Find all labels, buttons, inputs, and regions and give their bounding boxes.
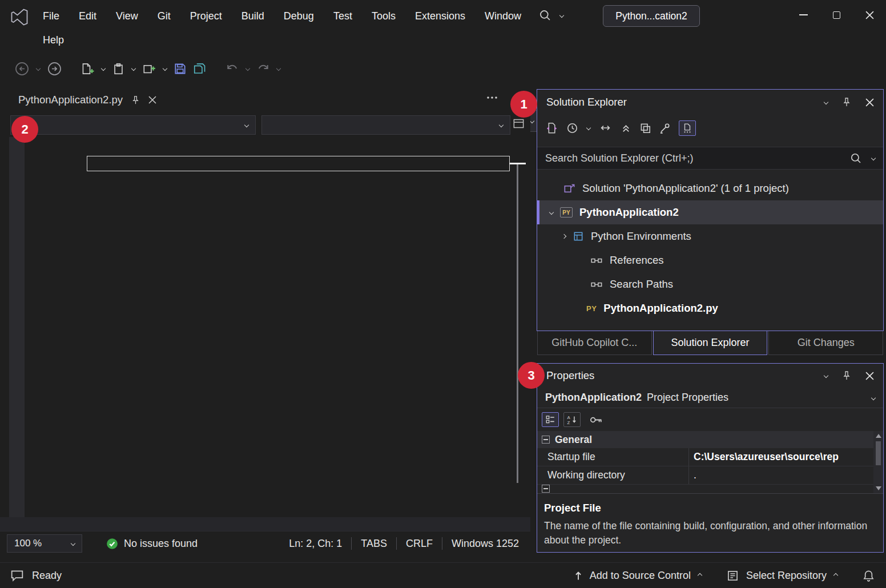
menu-help[interactable]: Help — [33, 29, 74, 51]
menu-build[interactable]: Build — [232, 5, 274, 27]
property-grid-scrollbar[interactable] — [873, 431, 883, 493]
titlebar-search-input[interactable]: Python...cation2 — [603, 5, 700, 27]
menu-file[interactable]: File — [33, 5, 69, 27]
issues-indicator[interactable]: No issues found — [106, 531, 198, 555]
property-value[interactable]: C:\Users\azureuser\source\rep — [689, 448, 883, 466]
menu-window[interactable]: Window — [475, 5, 531, 27]
menu-git[interactable]: Git — [148, 5, 180, 27]
search-icon[interactable] — [850, 152, 861, 164]
expander-down-icon[interactable] — [549, 210, 554, 215]
sync-with-active-document-icon[interactable] — [545, 122, 558, 134]
pin-icon[interactable] — [131, 95, 140, 105]
redo-icon[interactable] — [257, 63, 269, 74]
new-file-chevron-icon[interactable] — [101, 66, 106, 71]
undo-icon[interactable] — [226, 63, 239, 74]
tree-row-python-environments[interactable]: Python Environments — [537, 224, 883, 248]
window-position-chevron-icon[interactable] — [824, 373, 828, 378]
navigate-back-chevron-icon[interactable] — [36, 66, 41, 71]
navbar-type-dropdown[interactable] — [10, 115, 256, 135]
search-dropdown-chevron-icon[interactable] — [559, 13, 564, 17]
tab-solution-explorer[interactable]: Solution Explorer — [653, 331, 768, 355]
categorized-view-icon[interactable] — [542, 412, 559, 427]
horizontal-scrollbar[interactable] — [0, 517, 530, 531]
property-category-general[interactable]: General — [537, 431, 883, 448]
copy-scope-icon[interactable] — [640, 123, 651, 134]
menu-tools[interactable]: Tools — [362, 5, 405, 27]
property-row-startup-file[interactable]: Startup file C:\Users\azureuser\source\r… — [537, 448, 883, 466]
minimize-button[interactable] — [787, 0, 820, 30]
switch-views-icon[interactable] — [599, 123, 612, 132]
caret-position[interactable]: Ln: 2, Ch: 1 — [280, 538, 351, 550]
tree-row-project[interactable]: PY PythonApplication2 — [537, 200, 883, 224]
window-position-chevron-icon[interactable] — [824, 100, 828, 104]
encoding[interactable]: Windows 1252 — [442, 538, 528, 550]
pin-icon[interactable] — [841, 370, 852, 381]
search-options-chevron-icon[interactable] — [871, 156, 876, 160]
property-pages-key-icon[interactable] — [590, 416, 603, 424]
add-new-item-icon[interactable] — [143, 63, 156, 75]
undo-chevron-icon[interactable] — [245, 66, 250, 71]
redo-chevron-icon[interactable] — [276, 66, 281, 71]
menu-edit[interactable]: Edit — [69, 5, 106, 27]
properties-header[interactable]: Properties — [537, 364, 883, 388]
tree-row-search-paths[interactable]: Search Paths — [537, 272, 883, 296]
line-endings[interactable]: CRLF — [397, 538, 442, 550]
collapse-box-icon[interactable] — [542, 436, 550, 444]
save-icon[interactable] — [174, 63, 186, 75]
open-file-icon[interactable] — [112, 63, 124, 75]
navigate-back-icon[interactable] — [15, 62, 29, 76]
properties-object-dropdown[interactable]: PythonApplication2 Project Properties — [537, 388, 883, 408]
save-all-icon[interactable] — [194, 63, 207, 75]
repository-chevron-icon[interactable] — [833, 573, 838, 578]
property-value[interactable]: . — [689, 466, 883, 484]
tab-git-changes[interactable]: Git Changes — [768, 331, 883, 355]
filter-chevron-icon[interactable] — [586, 126, 591, 130]
solution-explorer-header[interactable]: Solution Explorer — [537, 90, 883, 115]
close-icon[interactable] — [865, 98, 874, 107]
vertical-scrollbar-thumb[interactable] — [517, 164, 518, 483]
expander-right-icon[interactable] — [562, 234, 566, 239]
properties-wrench-icon[interactable] — [659, 123, 670, 134]
indent-mode[interactable]: TABS — [352, 538, 396, 550]
scrollbar-thumb[interactable] — [876, 441, 881, 465]
pin-icon[interactable] — [841, 97, 852, 107]
tab-list-more-icon[interactable] — [486, 96, 498, 99]
add-to-source-control-button[interactable]: Add to Source Control — [590, 570, 691, 582]
tree-row-python-file[interactable]: PY PythonApplication2.py — [537, 296, 883, 320]
close-button[interactable] — [853, 0, 886, 30]
show-all-files-icon[interactable] — [679, 120, 696, 136]
source-control-chevron-icon[interactable] — [698, 573, 702, 578]
split-window-icon[interactable] — [513, 118, 525, 129]
menu-extensions[interactable]: Extensions — [405, 5, 475, 27]
svg-text:A: A — [567, 415, 571, 420]
menu-view[interactable]: View — [106, 5, 148, 27]
add-new-item-chevron-icon[interactable] — [163, 66, 167, 71]
alphabetical-sort-icon[interactable]: AZ — [563, 412, 581, 427]
open-file-chevron-icon[interactable] — [131, 66, 136, 71]
editor-tab-pythonapplication2[interactable]: PythonApplication2.py — [10, 88, 164, 112]
tree-row-references[interactable]: References — [537, 248, 883, 272]
code-editor-surface[interactable] — [0, 137, 530, 531]
search-icon[interactable] — [539, 9, 551, 21]
close-icon[interactable] — [865, 372, 874, 380]
menu-debug[interactable]: Debug — [274, 5, 324, 27]
pending-changes-filter-icon[interactable] — [566, 122, 578, 134]
feedback-bubble-icon[interactable] — [10, 570, 24, 582]
property-row-working-directory[interactable]: Working directory . — [537, 466, 883, 485]
navigate-forward-icon[interactable] — [47, 62, 62, 76]
tab-github-copilot[interactable]: GitHub Copilot C... — [537, 331, 652, 355]
collapse-all-icon[interactable] — [621, 123, 631, 134]
scroll-up-icon[interactable] — [876, 434, 881, 438]
select-repository-button[interactable]: Select Repository — [746, 570, 827, 582]
close-tab-icon[interactable] — [148, 96, 156, 104]
zoom-dropdown[interactable]: 100 % — [7, 534, 82, 553]
navbar-member-dropdown[interactable] — [261, 115, 510, 135]
menu-project[interactable]: Project — [180, 5, 232, 27]
maximize-button[interactable] — [820, 0, 853, 30]
new-file-icon[interactable] — [81, 63, 94, 75]
solution-explorer-search[interactable]: Search Solution Explorer (Ctrl+;) — [537, 147, 883, 170]
tree-row-solution[interactable]: Solution 'PythonApplication2' (1 of 1 pr… — [537, 176, 883, 200]
menu-test[interactable]: Test — [324, 5, 362, 27]
bell-icon[interactable] — [863, 570, 875, 582]
scroll-down-icon[interactable] — [876, 486, 881, 490]
